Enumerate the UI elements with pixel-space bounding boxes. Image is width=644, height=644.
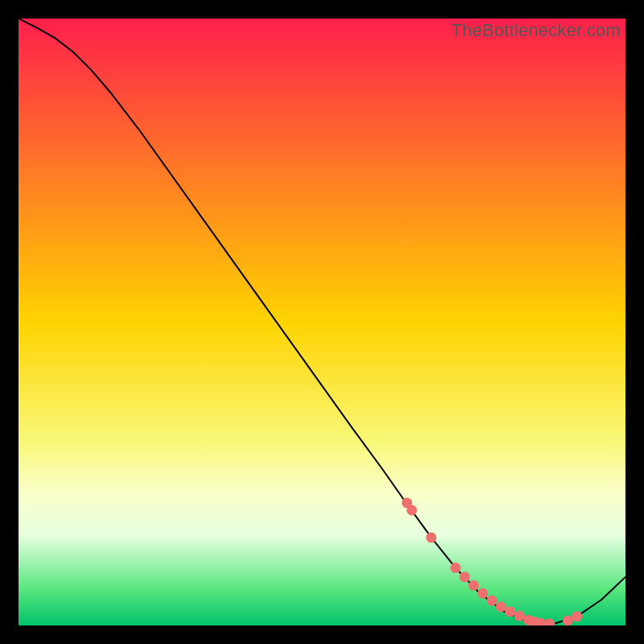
watermark-text: TheBottlenecker.com — [452, 20, 621, 41]
highlight-dot — [469, 580, 479, 591]
highlight-dot — [487, 596, 497, 606]
chart-svg — [19, 19, 625, 625]
highlight-dot — [496, 601, 506, 612]
highlight-dot — [572, 611, 582, 621]
gradient-background — [19, 19, 625, 625]
chart-frame: TheBottlenecker.com — [19, 19, 625, 625]
highlight-dot — [505, 606, 515, 617]
highlight-dot — [563, 615, 573, 625]
highlight-dot — [514, 610, 525, 621]
highlight-dot — [407, 505, 417, 515]
highlight-dot — [477, 588, 488, 599]
highlight-dot — [460, 572, 470, 582]
highlight-dot — [426, 532, 436, 543]
highlight-dot — [450, 563, 460, 573]
